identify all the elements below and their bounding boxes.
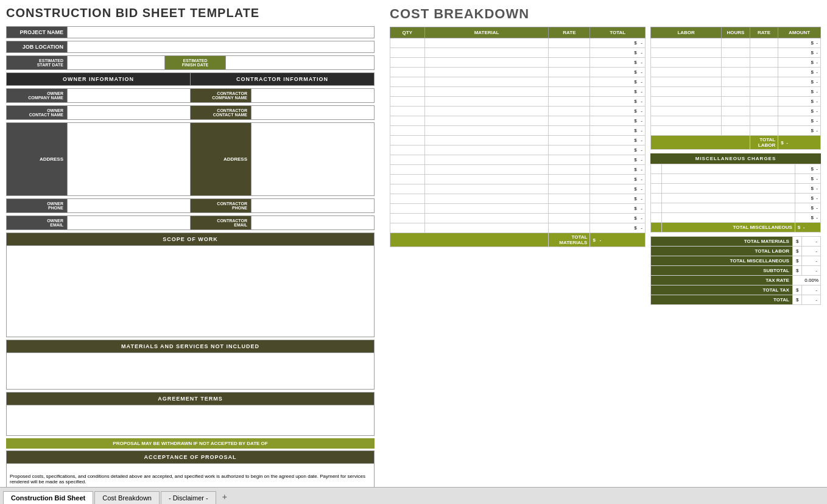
mat-qty-13[interactable] xyxy=(390,165,425,175)
mat-qty-7[interactable] xyxy=(390,107,425,116)
mat-material-17[interactable] xyxy=(424,204,549,214)
lab-labor-0[interactable] xyxy=(651,38,722,48)
mat-rate-1[interactable] xyxy=(549,48,590,58)
mat-rate-16[interactable] xyxy=(549,194,590,204)
owner-company-value[interactable] xyxy=(68,89,191,103)
lab-hours-2[interactable] xyxy=(722,58,750,68)
misc-desc-0[interactable] xyxy=(651,164,662,174)
mat-total-8[interactable]: $ - xyxy=(590,116,646,126)
mat-total-19[interactable]: $ - xyxy=(590,223,646,233)
mat-qty-6[interactable] xyxy=(390,97,425,107)
mat-total-1[interactable]: $ - xyxy=(590,48,646,58)
mat-rate-11[interactable] xyxy=(549,145,590,155)
lab-labor-8[interactable] xyxy=(651,116,722,126)
mat-qty-8[interactable] xyxy=(390,116,425,126)
lab-labor-6[interactable] xyxy=(651,97,722,107)
mat-material-5[interactable] xyxy=(424,87,549,97)
mat-rate-18[interactable] xyxy=(549,214,590,223)
misc-desc-5[interactable] xyxy=(651,213,662,223)
mat-rate-13[interactable] xyxy=(549,165,590,175)
lab-hours-1[interactable] xyxy=(722,48,750,58)
contractor-company-value[interactable] xyxy=(252,89,375,103)
mat-material-11[interactable] xyxy=(424,145,549,155)
mat-qty-18[interactable] xyxy=(390,214,425,223)
mat-rate-0[interactable] xyxy=(549,38,590,48)
mat-material-6[interactable] xyxy=(424,97,549,107)
mat-total-2[interactable]: $ - xyxy=(590,58,646,68)
mat-qty-3[interactable] xyxy=(390,68,425,77)
owner-contact-value[interactable] xyxy=(68,106,191,120)
mat-total-13[interactable]: $ - xyxy=(590,165,646,175)
lab-rate-6[interactable] xyxy=(750,97,778,107)
lab-amount-6[interactable]: $ - xyxy=(778,97,821,107)
mat-rate-10[interactable] xyxy=(549,136,590,145)
lab-hours-9[interactable] xyxy=(722,126,750,136)
lab-hours-8[interactable] xyxy=(722,116,750,126)
owner-phone-value[interactable] xyxy=(68,199,191,213)
mat-qty-11[interactable] xyxy=(390,145,425,155)
mat-rate-7[interactable] xyxy=(549,107,590,116)
project-name-value[interactable] xyxy=(68,27,375,38)
lab-rate-2[interactable] xyxy=(750,58,778,68)
mat-qty-5[interactable] xyxy=(390,87,425,97)
misc-desc-2[interactable] xyxy=(651,184,662,194)
mat-total-12[interactable]: $ - xyxy=(590,155,646,165)
mat-material-14[interactable] xyxy=(424,175,549,184)
mat-total-0[interactable]: $ - xyxy=(590,38,646,48)
owner-address-value[interactable] xyxy=(68,123,191,196)
lab-amount-4[interactable]: $ - xyxy=(778,77,821,87)
contractor-phone-value[interactable] xyxy=(252,199,375,213)
mat-total-3[interactable]: $ - xyxy=(590,68,646,77)
mat-material-18[interactable] xyxy=(424,214,549,223)
materials-not-included-value[interactable] xyxy=(7,353,375,390)
est-start-value[interactable] xyxy=(68,56,165,70)
lab-labor-3[interactable] xyxy=(651,68,722,77)
mat-qty-15[interactable] xyxy=(390,184,425,194)
misc-amount-1[interactable]: $ - xyxy=(795,174,820,184)
mat-total-16[interactable]: $ - xyxy=(590,194,646,204)
misc-amount-3[interactable]: $ - xyxy=(795,194,820,203)
tab-construction-bid-sheet[interactable]: Construction Bid Sheet xyxy=(3,491,93,504)
lab-amount-0[interactable]: $ - xyxy=(778,38,821,48)
mat-total-15[interactable]: $ - xyxy=(590,184,646,194)
lab-hours-4[interactable] xyxy=(722,77,750,87)
mat-qty-19[interactable] xyxy=(390,223,425,233)
mat-material-4[interactable] xyxy=(424,77,549,87)
mat-material-10[interactable] xyxy=(424,136,549,145)
mat-total-5[interactable]: $ - xyxy=(590,87,646,97)
mat-material-15[interactable] xyxy=(424,184,549,194)
lab-rate-4[interactable] xyxy=(750,77,778,87)
mat-total-18[interactable]: $ - xyxy=(590,214,646,223)
mat-rate-14[interactable] xyxy=(549,175,590,184)
agreement-terms-value[interactable] xyxy=(7,405,375,436)
mat-qty-17[interactable] xyxy=(390,204,425,214)
mat-rate-15[interactable] xyxy=(549,184,590,194)
mat-material-16[interactable] xyxy=(424,194,549,204)
lab-rate-9[interactable] xyxy=(750,126,778,136)
mat-rate-12[interactable] xyxy=(549,155,590,165)
mat-material-9[interactable] xyxy=(424,126,549,136)
contractor-address-value[interactable] xyxy=(252,123,375,196)
mat-material-1[interactable] xyxy=(424,48,549,58)
scope-value[interactable] xyxy=(7,246,375,337)
lab-rate-5[interactable] xyxy=(750,87,778,97)
mat-total-10[interactable]: $ - xyxy=(590,136,646,145)
mat-material-12[interactable] xyxy=(424,155,549,165)
lab-amount-3[interactable]: $ - xyxy=(778,68,821,77)
lab-amount-8[interactable]: $ - xyxy=(778,116,821,126)
mat-total-7[interactable]: $ - xyxy=(590,107,646,116)
lab-hours-0[interactable] xyxy=(722,38,750,48)
lab-hours-6[interactable] xyxy=(722,97,750,107)
lab-hours-5[interactable] xyxy=(722,87,750,97)
mat-material-0[interactable] xyxy=(424,38,549,48)
lab-amount-7[interactable]: $ - xyxy=(778,107,821,116)
lab-rate-3[interactable] xyxy=(750,68,778,77)
mat-material-2[interactable] xyxy=(424,58,549,68)
summary-tax-rate-value[interactable]: 0.00% xyxy=(792,276,820,285)
mat-rate-9[interactable] xyxy=(549,126,590,136)
lab-labor-1[interactable] xyxy=(651,48,722,58)
lab-hours-7[interactable] xyxy=(722,107,750,116)
mat-rate-5[interactable] xyxy=(549,87,590,97)
tab-add-button[interactable]: + xyxy=(217,489,232,504)
mat-total-17[interactable]: $ - xyxy=(590,204,646,214)
